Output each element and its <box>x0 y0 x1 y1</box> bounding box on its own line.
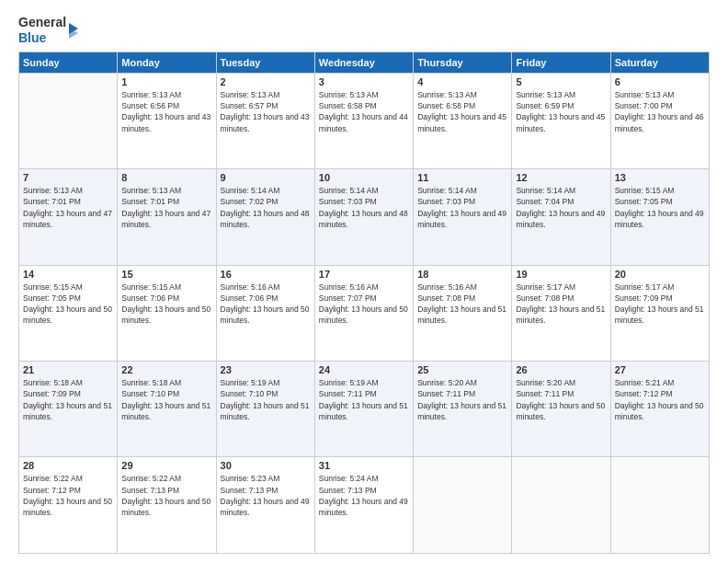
sunrise-label: Sunrise: 5:13 AM <box>221 90 280 99</box>
calendar-cell: 27Sunrise: 5:21 AMSunset: 7:12 PMDayligh… <box>610 362 709 457</box>
calendar-cell <box>610 457 709 554</box>
sunset-label: Sunset: 7:00 PM <box>615 101 673 110</box>
sunrise-label: Sunrise: 5:24 AM <box>319 474 379 483</box>
sunrise-label: Sunrise: 5:18 AM <box>23 378 83 387</box>
daylight-label: Daylight: 13 hours and 50 minutes. <box>615 401 704 421</box>
calendar-cell: 20Sunrise: 5:17 AMSunset: 7:09 PMDayligh… <box>610 265 709 361</box>
day-info: Sunrise: 5:13 AMSunset: 6:57 PMDaylight:… <box>221 89 311 134</box>
daylight-label: Daylight: 13 hours and 44 minutes. <box>319 112 408 132</box>
sunrise-label: Sunrise: 5:17 AM <box>615 282 675 292</box>
calendar-cell: 29Sunrise: 5:22 AMSunset: 7:13 PMDayligh… <box>118 457 216 554</box>
logo-arrows <box>69 21 84 40</box>
logo-blue-text: Blue <box>18 30 66 46</box>
daylight-label: Daylight: 13 hours and 51 minutes. <box>221 401 310 421</box>
day-info: Sunrise: 5:16 AMSunset: 7:08 PMDaylight:… <box>417 282 507 327</box>
sunrise-label: Sunrise: 5:14 AM <box>221 186 280 195</box>
calendar-cell: 2Sunrise: 5:13 AMSunset: 6:57 PMDaylight… <box>216 73 314 168</box>
day-number: 23 <box>221 364 311 375</box>
logo-container: General Blue <box>18 15 84 46</box>
day-number: 12 <box>516 172 606 183</box>
day-number: 4 <box>417 76 507 87</box>
day-info: Sunrise: 5:13 AMSunset: 6:58 PMDaylight:… <box>319 89 409 134</box>
day-number: 2 <box>221 76 311 87</box>
calendar-cell: 13Sunrise: 5:15 AMSunset: 7:05 PMDayligh… <box>610 169 709 265</box>
sunrise-label: Sunrise: 5:20 AM <box>516 378 575 387</box>
day-info: Sunrise: 5:15 AMSunset: 7:05 PMDaylight:… <box>23 282 113 327</box>
day-number: 11 <box>417 172 507 183</box>
calendar-cell: 11Sunrise: 5:14 AMSunset: 7:03 PMDayligh… <box>414 169 512 265</box>
sunrise-label: Sunrise: 5:13 AM <box>516 90 575 99</box>
calendar-cell: 17Sunrise: 5:16 AMSunset: 7:07 PMDayligh… <box>314 265 413 361</box>
weekday-header-sunday: Sunday <box>19 52 118 73</box>
weekday-header-saturday: Saturday <box>610 52 709 73</box>
day-info: Sunrise: 5:15 AMSunset: 7:05 PMDaylight:… <box>615 185 705 230</box>
calendar-cell <box>512 457 610 554</box>
daylight-label: Daylight: 13 hours and 43 minutes. <box>221 112 310 132</box>
sunset-label: Sunset: 6:58 PM <box>417 101 475 110</box>
daylight-label: Daylight: 13 hours and 43 minutes. <box>121 112 210 132</box>
sunset-label: Sunset: 7:06 PM <box>121 293 179 303</box>
day-number: 19 <box>516 269 606 280</box>
sunset-label: Sunset: 7:10 PM <box>121 389 179 398</box>
daylight-label: Daylight: 13 hours and 50 minutes. <box>121 497 210 517</box>
day-number: 17 <box>319 269 409 280</box>
day-info: Sunrise: 5:19 AMSunset: 7:10 PMDaylight:… <box>221 377 311 422</box>
calendar-week-1: 1Sunrise: 5:13 AMSunset: 6:56 PMDaylight… <box>19 73 710 168</box>
calendar-cell: 21Sunrise: 5:18 AMSunset: 7:09 PMDayligh… <box>19 362 118 457</box>
day-info: Sunrise: 5:13 AMSunset: 6:59 PMDaylight:… <box>516 89 606 134</box>
daylight-label: Daylight: 13 hours and 51 minutes. <box>23 401 112 421</box>
daylight-label: Daylight: 13 hours and 50 minutes. <box>121 304 210 325</box>
day-number: 1 <box>121 76 211 87</box>
calendar-cell: 23Sunrise: 5:19 AMSunset: 7:10 PMDayligh… <box>216 362 314 457</box>
sunrise-label: Sunrise: 5:13 AM <box>417 90 477 99</box>
day-info: Sunrise: 5:18 AMSunset: 7:09 PMDaylight:… <box>23 377 113 422</box>
sunset-label: Sunset: 7:02 PM <box>221 197 279 206</box>
day-number: 14 <box>23 269 113 280</box>
calendar-cell: 16Sunrise: 5:16 AMSunset: 7:06 PMDayligh… <box>216 265 314 361</box>
calendar-cell: 26Sunrise: 5:20 AMSunset: 7:11 PMDayligh… <box>512 362 610 457</box>
weekday-header-friday: Friday <box>512 52 610 73</box>
day-info: Sunrise: 5:16 AMSunset: 7:06 PMDaylight:… <box>221 282 311 327</box>
day-info: Sunrise: 5:15 AMSunset: 7:06 PMDaylight:… <box>121 282 211 327</box>
daylight-label: Daylight: 13 hours and 51 minutes. <box>319 401 408 421</box>
calendar-week-2: 7Sunrise: 5:13 AMSunset: 7:01 PMDaylight… <box>19 169 710 265</box>
day-info: Sunrise: 5:19 AMSunset: 7:11 PMDaylight:… <box>319 377 409 422</box>
calendar-cell: 12Sunrise: 5:14 AMSunset: 7:04 PMDayligh… <box>512 169 610 265</box>
day-number: 27 <box>615 364 705 375</box>
calendar-table: SundayMondayTuesdayWednesdayThursdayFrid… <box>18 52 710 554</box>
daylight-label: Daylight: 13 hours and 50 minutes. <box>23 304 112 325</box>
day-number: 22 <box>121 364 211 375</box>
sunset-label: Sunset: 7:11 PM <box>417 389 475 398</box>
sunset-label: Sunset: 7:07 PM <box>319 293 377 303</box>
sunset-label: Sunset: 7:12 PM <box>615 389 673 398</box>
sunrise-label: Sunrise: 5:15 AM <box>121 282 181 292</box>
logo-general-text: General <box>18 15 66 30</box>
day-info: Sunrise: 5:17 AMSunset: 7:09 PMDaylight:… <box>615 282 705 327</box>
sunrise-label: Sunrise: 5:22 AM <box>23 474 83 483</box>
sunrise-label: Sunrise: 5:22 AM <box>121 474 181 483</box>
sunset-label: Sunset: 7:13 PM <box>319 486 377 495</box>
header: General Blue <box>18 15 710 46</box>
day-number: 7 <box>23 172 113 183</box>
sunset-label: Sunset: 7:03 PM <box>319 197 377 206</box>
weekday-header-tuesday: Tuesday <box>216 52 314 73</box>
sunset-label: Sunset: 6:59 PM <box>516 101 574 110</box>
daylight-label: Daylight: 13 hours and 45 minutes. <box>516 112 605 132</box>
day-info: Sunrise: 5:13 AMSunset: 7:00 PMDaylight:… <box>615 89 705 134</box>
sunset-label: Sunset: 7:01 PM <box>121 197 179 206</box>
daylight-label: Daylight: 13 hours and 48 minutes. <box>221 209 310 229</box>
daylight-label: Daylight: 13 hours and 50 minutes. <box>23 497 112 517</box>
calendar-week-4: 21Sunrise: 5:18 AMSunset: 7:09 PMDayligh… <box>19 362 710 457</box>
daylight-label: Daylight: 13 hours and 51 minutes. <box>417 304 506 325</box>
day-number: 18 <box>417 269 507 280</box>
calendar-cell: 19Sunrise: 5:17 AMSunset: 7:08 PMDayligh… <box>512 265 610 361</box>
daylight-label: Daylight: 13 hours and 46 minutes. <box>615 112 704 132</box>
sunrise-label: Sunrise: 5:16 AM <box>417 282 477 292</box>
calendar-cell: 10Sunrise: 5:14 AMSunset: 7:03 PMDayligh… <box>314 169 413 265</box>
day-number: 13 <box>615 172 705 183</box>
sunrise-label: Sunrise: 5:16 AM <box>319 282 379 292</box>
daylight-label: Daylight: 13 hours and 49 minutes. <box>516 209 605 229</box>
logo: General Blue <box>18 15 84 46</box>
sunset-label: Sunset: 6:58 PM <box>319 101 377 110</box>
daylight-label: Daylight: 13 hours and 49 minutes. <box>319 497 408 517</box>
